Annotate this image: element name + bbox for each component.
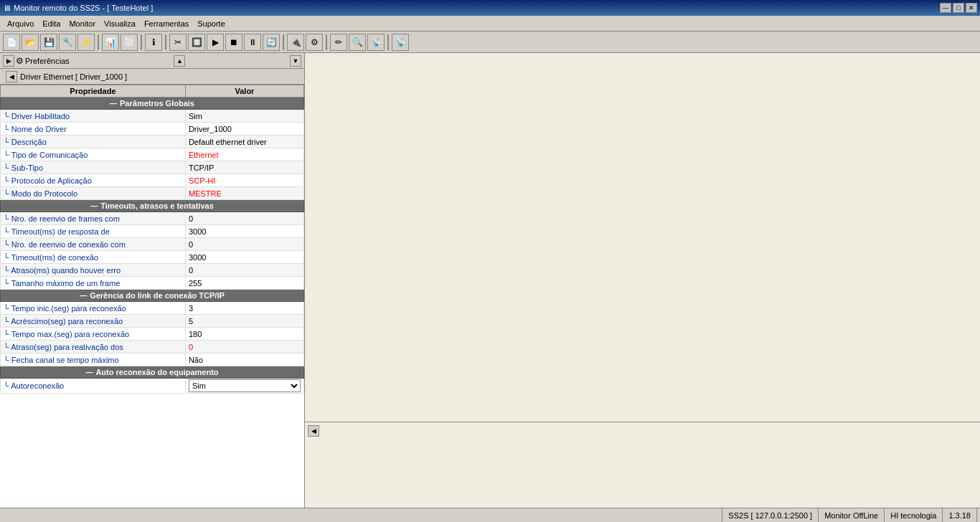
toolbar-button-6[interactable]: 📊: [102, 34, 119, 51]
toolbar-button-22[interactable]: 🔍: [349, 34, 366, 51]
table-row[interactable]: └ Tempo inic.(seg) para reconexão3: [1, 302, 304, 315]
table-row[interactable]: └ Timeout(ms) de resposta de3000: [1, 225, 304, 238]
prop-value-cell: 255: [185, 277, 303, 290]
prop-name-cell: └ Nro. de reenvio de conexão com: [1, 238, 186, 251]
status-ss2s: SS2S [ 127.0.0.1:2500 ]: [722, 508, 819, 522]
toolbar-separator-17: [283, 34, 284, 50]
table-row[interactable]: └ Protocolo de AplicaçãoSCP-HI: [1, 174, 304, 187]
menu-item-visualiza[interactable]: Visualiza: [100, 18, 140, 29]
toolbar-button-14[interactable]: ⏹: [225, 34, 242, 51]
section-row-auto_reconnect: —Auto reconexão do equipamento: [1, 366, 304, 379]
resize-button[interactable]: ◀: [6, 71, 17, 82]
toolbar-button-0[interactable]: 📄: [3, 34, 20, 51]
right-bottom-area: ◀: [305, 422, 980, 508]
prop-value-cell: Sim: [185, 110, 303, 123]
table-row[interactable]: └ Tamanho máximo de um frame255: [1, 277, 304, 290]
prop-value-cell[interactable]: SimNão: [185, 379, 303, 394]
bottom-resize-button[interactable]: ◀: [308, 425, 319, 437]
toolbar-button-1[interactable]: 📂: [22, 34, 39, 51]
menu-item-suporte[interactable]: Suporte: [193, 18, 230, 29]
table-row[interactable]: └ Nro. de reenvio de conexão com0: [1, 238, 304, 251]
toolbar-button-4[interactable]: ⚡: [77, 34, 95, 51]
toolbar-button-19[interactable]: ⚙: [306, 34, 323, 51]
menu-bar: ArquivoEditaMonitorVisualizaFerramentasS…: [0, 16, 980, 32]
toolbar-button-3[interactable]: 🔧: [59, 34, 76, 51]
toolbar-button-11[interactable]: ✂: [169, 34, 187, 51]
driver-label: Driver Ethernet [ Driver_1000 ]: [20, 72, 127, 81]
menu-item-monitor[interactable]: Monitor: [65, 18, 100, 29]
preferences-label: Preferências: [25, 57, 70, 65]
toolbar-button-2[interactable]: 💾: [40, 34, 57, 51]
prop-value-cell: SCP-HI: [185, 174, 303, 187]
table-row[interactable]: └ Nome do DriverDriver_1000: [1, 123, 304, 136]
table-row[interactable]: └ Tipo de ComunicaçãoEthernet: [1, 148, 304, 161]
table-row[interactable]: └ Sub-TipoTCP/IP: [1, 161, 304, 174]
prop-name-cell: └ Atraso(seg) para reativação dos: [1, 341, 186, 353]
nav-scroll-down[interactable]: ▼: [290, 55, 301, 67]
property-table[interactable]: Propriedade Valor —Parâmetros Globais└ D…: [0, 85, 304, 508]
minimize-button[interactable]: —: [940, 3, 951, 13]
prop-name-cell: └ Tempo max.(seg) para reconexão: [1, 328, 186, 341]
status-version: 1.3.18: [943, 508, 977, 522]
nav-expand-button[interactable]: ▶: [3, 55, 14, 67]
prop-value-cell: 0: [185, 212, 303, 225]
toolbar-button-9[interactable]: ℹ: [145, 34, 162, 51]
table-row[interactable]: └ Acréscimo(seg) para reconexão5: [1, 315, 304, 328]
menu-item-arquivo[interactable]: Arquivo: [3, 18, 38, 29]
toolbar-button-21[interactable]: ✏: [330, 34, 347, 51]
prop-value-cell: TCP/IP: [185, 161, 303, 174]
prop-value-cell: 0: [185, 264, 303, 277]
prop-value-select[interactable]: SimNão: [189, 379, 301, 392]
prop-value-cell: MESTRE: [185, 187, 303, 200]
table-row[interactable]: └ Tempo max.(seg) para reconexão180: [1, 328, 304, 341]
prop-name-cell: └ Autoreconexão: [1, 379, 186, 394]
prop-name-cell: └ Tempo inic.(seg) para reconexão: [1, 302, 186, 315]
close-button[interactable]: ✕: [966, 3, 977, 13]
prop-name-cell: └ Modo do Protocolo: [1, 187, 186, 200]
table-row[interactable]: └ Atraso(ms) quando houver erro0: [1, 264, 304, 277]
prop-name-cell: └ Sub-Tipo: [1, 161, 186, 174]
preferences-icon: ⚙: [16, 56, 24, 66]
prop-value-cell: 3000: [185, 251, 303, 264]
menu-item-ferramentas[interactable]: Ferramentas: [140, 18, 193, 29]
toolbar-button-16[interactable]: 🔄: [263, 34, 280, 51]
right-panel: ◀: [305, 53, 980, 508]
toolbar-button-23[interactable]: 📡: [367, 34, 385, 51]
status-monitor: Monitor OffLine: [819, 508, 885, 522]
toolbar-separator-24: [387, 34, 389, 50]
nav-area: ▶ ⚙ Preferências ▲ ▼: [0, 53, 304, 69]
title-bar: 🖥 Monitor remoto do SS2S - [ TesteHotel …: [0, 0, 980, 16]
menu-item-edita[interactable]: Edita: [38, 18, 65, 29]
table-row[interactable]: └ Fecha canal se tempo máximoNão: [1, 353, 304, 366]
column-header-value: Valor: [185, 85, 303, 98]
column-header-property: Propriedade: [1, 85, 186, 98]
toolbar-button-12[interactable]: 🔲: [188, 34, 205, 51]
toolbar-button-13[interactable]: ▶: [207, 34, 224, 51]
prop-name-cell: └ Timeout(ms) de conexão: [1, 251, 186, 264]
prop-name-cell: └ Descrição: [1, 136, 186, 148]
prop-name-cell: └ Nome do Driver: [1, 123, 186, 136]
table-row[interactable]: └ Timeout(ms) de conexão3000: [1, 251, 304, 264]
prop-name-cell: └ Tamanho máximo de um frame: [1, 277, 186, 290]
prop-name-cell: └ Acréscimo(seg) para reconexão: [1, 315, 186, 328]
table-row[interactable]: └ AutoreconexãoSimNão: [1, 379, 304, 394]
table-row[interactable]: └ Driver HabilitadoSim: [1, 110, 304, 123]
prop-name-cell: └ Atraso(ms) quando houver erro: [1, 264, 186, 277]
toolbar-button-18[interactable]: 🔌: [287, 34, 304, 51]
table-row[interactable]: └ Modo do ProtocoloMESTRE: [1, 187, 304, 200]
toolbar-button-7[interactable]: ⬜: [121, 34, 138, 51]
prop-value-cell: 5: [185, 315, 303, 328]
prop-value-cell: 3: [185, 302, 303, 315]
title-text: 🖥 Monitor remoto do SS2S - [ TesteHotel …: [3, 4, 153, 12]
table-row[interactable]: └ DescriçãoDefault ethernet driver: [1, 136, 304, 148]
prop-value-cell: 3000: [185, 225, 303, 238]
table-row[interactable]: └ Nro. de reenvio de frames com0: [1, 212, 304, 225]
nav-scroll-up[interactable]: ▲: [174, 55, 185, 67]
prop-name-cell: └ Driver Habilitado: [1, 110, 186, 123]
toolbar-button-25[interactable]: 📡: [392, 34, 409, 51]
toolbar-button-15[interactable]: ⏸: [244, 34, 261, 51]
prop-name-cell: └ Fecha canal se tempo máximo: [1, 353, 186, 366]
table-row[interactable]: └ Atraso(seg) para reativação dos0: [1, 341, 304, 353]
maximize-button[interactable]: □: [953, 3, 964, 13]
main-content: ▶ ⚙ Preferências ▲ ▼ ◀ Driver Ethernet […: [0, 53, 980, 508]
